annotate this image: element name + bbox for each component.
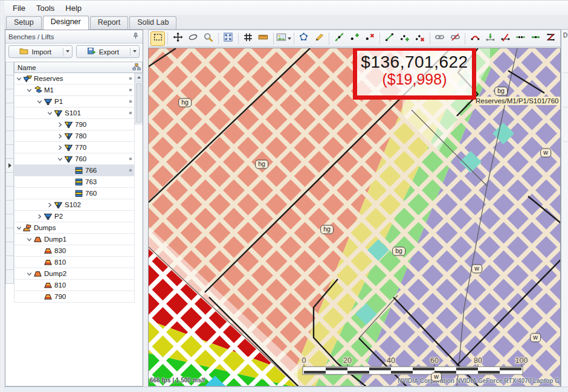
cross-segment-button[interactable] bbox=[544, 31, 558, 46]
chevron-down-icon[interactable] bbox=[45, 109, 54, 117]
tab-solid-lab[interactable]: Solid Lab bbox=[129, 16, 176, 29]
hierarchy-icon[interactable] bbox=[132, 63, 141, 72]
scroll-up-icon[interactable] bbox=[135, 74, 142, 82]
tree-item-770[interactable]: 770 bbox=[15, 142, 135, 153]
chevron-down-icon[interactable] bbox=[35, 97, 44, 106]
polygon-tool-button[interactable] bbox=[297, 31, 311, 46]
tree-scrollbar[interactable] bbox=[135, 73, 143, 124]
insert-vertex-button[interactable] bbox=[483, 31, 497, 46]
expander-none bbox=[35, 281, 44, 289]
zoom-tool-icon bbox=[203, 32, 213, 45]
tree-item-dumps[interactable]: Dumps bbox=[15, 222, 135, 234]
chevron-right-icon[interactable] bbox=[56, 143, 64, 152]
menu-tools[interactable]: Tools bbox=[31, 2, 60, 14]
row-selector-cell[interactable] bbox=[5, 117, 14, 131]
map-viewport[interactable]: 020406080100 $136,701,622 ($19,998) Rese… bbox=[148, 48, 561, 387]
chevron-right-icon[interactable] bbox=[45, 201, 54, 209]
link-points-button[interactable] bbox=[433, 31, 447, 46]
chevron-down-icon[interactable] bbox=[25, 86, 33, 94]
row-selector-cell[interactable] bbox=[5, 103, 14, 117]
delete-point-button[interactable] bbox=[362, 31, 376, 46]
tree-item-dump2[interactable]: Dump2 bbox=[15, 268, 135, 280]
ruler-tool-button[interactable] bbox=[256, 31, 271, 46]
tree-item-reserves[interactable]: Reserves bbox=[15, 73, 135, 85]
tree-item-p2[interactable]: P2 bbox=[15, 211, 135, 222]
image-tool-button[interactable] bbox=[276, 31, 291, 46]
row-selector-cell[interactable] bbox=[5, 201, 14, 214]
select-tool-icon bbox=[153, 32, 163, 45]
extend-points-button[interactable] bbox=[514, 31, 528, 46]
export-button[interactable]: Export bbox=[76, 45, 140, 58]
chevron-down-icon[interactable] bbox=[288, 37, 291, 40]
chevron-right-icon[interactable] bbox=[56, 132, 64, 140]
row-selector-cell[interactable] bbox=[5, 62, 14, 76]
move-point-button[interactable] bbox=[332, 31, 346, 46]
tree-item-766[interactable]: 766 bbox=[15, 165, 135, 176]
add-points-button[interactable] bbox=[398, 31, 412, 46]
row-selector-cell[interactable] bbox=[5, 242, 14, 256]
row-selector-cell[interactable] bbox=[5, 187, 14, 201]
unlink-points-button[interactable] bbox=[448, 31, 462, 46]
tree-item-790[interactable]: 790 bbox=[15, 291, 135, 303]
move-points-button[interactable] bbox=[382, 31, 397, 46]
orbit-tool-button[interactable] bbox=[186, 31, 200, 46]
chevron-down-icon[interactable] bbox=[15, 74, 23, 83]
tree-item-810[interactable]: 810 bbox=[15, 280, 135, 291]
pencil-tool-button[interactable] bbox=[312, 31, 326, 46]
tree-item-790[interactable]: 790 bbox=[15, 119, 135, 130]
tree-item-760[interactable]: 760 bbox=[15, 153, 135, 165]
chevron-down-icon[interactable] bbox=[56, 155, 64, 163]
delete-points-button[interactable] bbox=[413, 31, 427, 46]
row-selector-cell[interactable] bbox=[5, 270, 14, 284]
row-selector-cell[interactable] bbox=[5, 145, 14, 159]
extend-segment-button[interactable] bbox=[529, 31, 543, 46]
tree-header-label: Name bbox=[18, 64, 36, 71]
grade-label-w: w bbox=[530, 333, 541, 342]
row-selector-cell[interactable] bbox=[5, 214, 14, 228]
scroll-thumb[interactable] bbox=[136, 83, 141, 123]
chevron-down-icon[interactable] bbox=[25, 269, 33, 278]
pin-icon[interactable] bbox=[132, 32, 140, 41]
chevron-right-icon[interactable] bbox=[35, 212, 44, 220]
tab-setup[interactable]: Setup bbox=[6, 16, 42, 29]
collapsed-right-panel[interactable]: D bbox=[561, 30, 568, 387]
import-button[interactable]: Import bbox=[8, 45, 73, 58]
row-selector-cell[interactable] bbox=[5, 89, 14, 103]
row-selector-cell[interactable] bbox=[5, 131, 14, 145]
fit-extents-button[interactable] bbox=[221, 31, 236, 46]
add-point-button[interactable] bbox=[347, 31, 361, 46]
tab-designer[interactable]: Designer bbox=[43, 16, 89, 30]
menu-file[interactable]: File bbox=[7, 2, 31, 14]
row-selector-cell[interactable] bbox=[5, 256, 14, 270]
tree-item-810[interactable]: 810 bbox=[15, 257, 135, 268]
tree-item-s102[interactable]: S102 bbox=[15, 199, 135, 211]
chevron-down-icon[interactable] bbox=[25, 235, 33, 243]
pan-tool-button[interactable] bbox=[170, 31, 185, 46]
tree-item-m1[interactable]: M1 bbox=[15, 85, 135, 96]
gpu-readout: NVIDIA Corporation NVIDIA GeForce RTX 40… bbox=[398, 378, 560, 384]
tab-report[interactable]: Report bbox=[90, 16, 129, 29]
row-selector-cell[interactable] bbox=[5, 173, 14, 187]
tree-item-780[interactable]: 780 bbox=[15, 130, 135, 142]
row-selector-cell[interactable] bbox=[5, 76, 14, 89]
chevron-down-icon[interactable] bbox=[133, 50, 137, 53]
tree-item-760[interactable]: 760 bbox=[15, 188, 135, 199]
zoom-tool-button[interactable] bbox=[201, 31, 215, 46]
curve-segment-button[interactable] bbox=[468, 31, 482, 46]
delete-vertex-button[interactable] bbox=[498, 31, 512, 46]
grid-toggle-button[interactable] bbox=[241, 31, 256, 46]
tree-item-763[interactable]: 763 bbox=[15, 176, 135, 188]
panel-title: Benches / Lifts bbox=[8, 33, 54, 40]
chevron-down-icon[interactable] bbox=[15, 223, 23, 232]
tree-item-dump1[interactable]: Dump1 bbox=[15, 234, 135, 245]
tree-item-s101[interactable]: S101 bbox=[15, 108, 135, 119]
tree-item-830[interactable]: 830 bbox=[15, 245, 135, 257]
chevron-right-icon[interactable] bbox=[56, 120, 64, 129]
tree-column-header[interactable]: Name bbox=[14, 62, 143, 73]
tree-item-p1[interactable]: P1 bbox=[15, 96, 135, 108]
row-selector-cell[interactable] bbox=[5, 159, 14, 173]
menu-help[interactable]: Help bbox=[60, 2, 87, 14]
row-selector-cell[interactable] bbox=[5, 228, 14, 242]
chevron-down-icon[interactable] bbox=[66, 50, 69, 53]
select-tool-button[interactable] bbox=[150, 31, 165, 46]
